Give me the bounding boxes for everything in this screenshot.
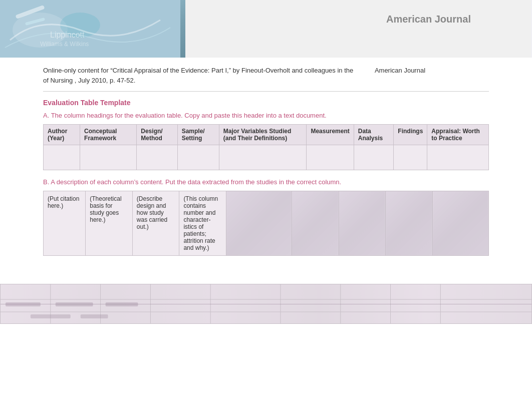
- col-header-design: Design/ Method: [137, 125, 177, 145]
- evaluation-table-a: Author (Year) Conceptual Framework Desig…: [43, 124, 489, 170]
- section-b-instruction: B. A description of each column’s conten…: [43, 178, 489, 186]
- desc-sample: (This column contains number and charact…: [179, 191, 226, 256]
- intro-part1: Online-only content for “Critical Apprai…: [43, 67, 353, 74]
- svg-text:Lippincott: Lippincott: [50, 31, 85, 39]
- header-image-right: American Journal: [185, 0, 532, 58]
- desc-measurement: [292, 191, 339, 256]
- cell-sample-empty: [177, 145, 219, 170]
- svg-rect-6: [1, 284, 531, 324]
- section-title: Evaluation Table Template: [43, 99, 489, 107]
- desc-findings: [386, 191, 433, 256]
- col-header-major-variables: Major Variables Studied (and Their Defin…: [219, 125, 307, 145]
- desc-design: (Describe design and how study was car­r…: [132, 191, 179, 256]
- cell-author-empty: [44, 145, 80, 170]
- journal-name-inline: American Journal: [375, 67, 425, 74]
- intro-part2: of Nursing , July 2010, p. 47-52.: [43, 77, 135, 84]
- desc-appraisal: [432, 191, 488, 256]
- desc-author: (Put citation here.): [44, 191, 86, 256]
- desc-conceptual: (Theoretical basis for study goes here.): [86, 191, 133, 256]
- journal-name-header: American Journal: [386, 14, 471, 25]
- main-content: Online-only content for “Critical Apprai…: [33, 66, 499, 274]
- intro-text: Online-only content for “Critical Apprai…: [43, 66, 489, 85]
- col-header-measurement: Measurement: [307, 125, 354, 145]
- desc-author-text: (Put citation here.): [48, 195, 79, 209]
- desc-data-analysis: [339, 191, 386, 256]
- svg-rect-21: [81, 314, 108, 318]
- cell-dataanalysis-empty: [354, 145, 394, 170]
- desc-major-vars: [226, 191, 292, 256]
- section-divider-1: [43, 91, 489, 92]
- col-header-data-analysis: Data Analysis: [354, 125, 394, 145]
- desc-conceptual-text: (Theoretical basis for study goes here.): [90, 195, 121, 223]
- cell-majvars-empty: [219, 145, 307, 170]
- col-header-findings: Findings: [394, 125, 427, 145]
- col-header-sample: Sample/ Setting: [177, 125, 219, 145]
- header-banner: Lippincott Williams & Wilkins American J…: [0, 0, 532, 58]
- svg-text:Williams & Wilkins: Williams & Wilkins: [40, 41, 89, 48]
- description-table-b: (Put citation here.) (Theoretical basis …: [43, 191, 489, 256]
- table-header-row: Author (Year) Conceptual Framework Desig…: [44, 125, 489, 145]
- cell-findings-empty: [394, 145, 427, 170]
- cell-measurement-empty: [307, 145, 354, 170]
- svg-rect-20: [31, 314, 71, 318]
- desc-design-text: (Describe design and how study was car­r…: [137, 195, 167, 230]
- cell-appraisal-empty: [427, 145, 489, 170]
- svg-rect-5: [186, 0, 531, 58]
- col-header-conceptual: Conceptual Framework: [80, 125, 137, 145]
- desc-sample-text: (This column contains number and charact…: [183, 195, 218, 251]
- cell-conceptual-empty: [80, 145, 137, 170]
- section-a-instruction: A. The column headings for the evaluatio…: [43, 112, 489, 119]
- header-image-left: Lippincott Williams & Wilkins: [0, 0, 185, 58]
- col-header-appraisal: Appraisal: Worth to Practice: [427, 125, 489, 145]
- svg-rect-19: [106, 302, 138, 306]
- description-row: (Put citation here.) (Theoretical basis …: [44, 191, 489, 256]
- col-header-author: Author (Year): [44, 125, 80, 145]
- bottom-blurred-area: [0, 284, 532, 324]
- cell-design-empty: [137, 145, 177, 170]
- svg-rect-18: [56, 302, 93, 306]
- table-empty-row: [44, 145, 489, 170]
- svg-rect-17: [6, 302, 41, 306]
